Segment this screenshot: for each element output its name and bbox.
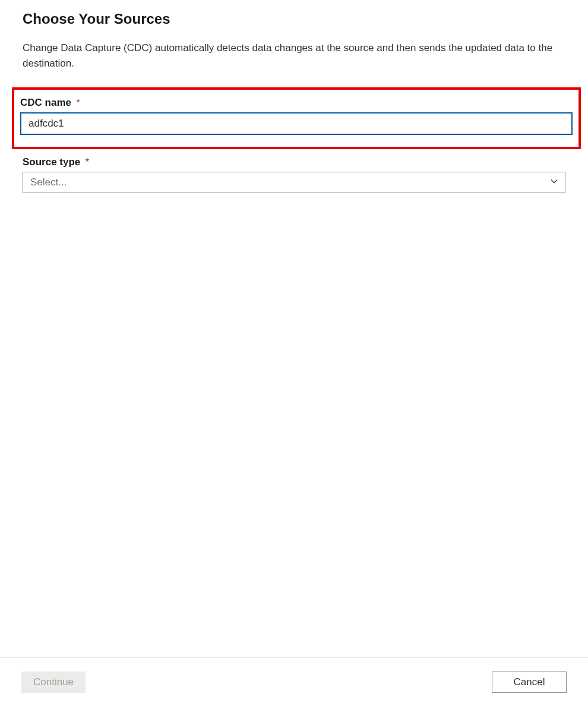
cdc-name-highlight: CDC name * [12,87,581,149]
footer-bar: Continue Cancel [0,657,588,706]
cdc-name-field: CDC name * [20,97,573,135]
cancel-button[interactable]: Cancel [492,672,567,693]
source-type-label: Source type * [23,157,89,167]
form-content: Choose Your Sources Change Data Capture … [0,0,588,193]
cdc-name-input[interactable] [20,112,573,135]
source-type-label-text: Source type [23,156,80,168]
cdc-name-label: CDC name * [20,97,80,108]
source-type-select-wrapper[interactable] [23,172,565,193]
source-type-select[interactable] [23,172,565,193]
source-type-required: * [86,157,89,167]
cdc-name-required: * [76,97,80,108]
source-type-field: Source type * [23,156,565,193]
cdc-name-label-text: CDC name [20,97,71,109]
page-title: Choose Your Sources [23,11,565,27]
continue-button[interactable]: Continue [21,672,86,693]
page-description: Change Data Capture (CDC) automatically … [23,40,565,71]
